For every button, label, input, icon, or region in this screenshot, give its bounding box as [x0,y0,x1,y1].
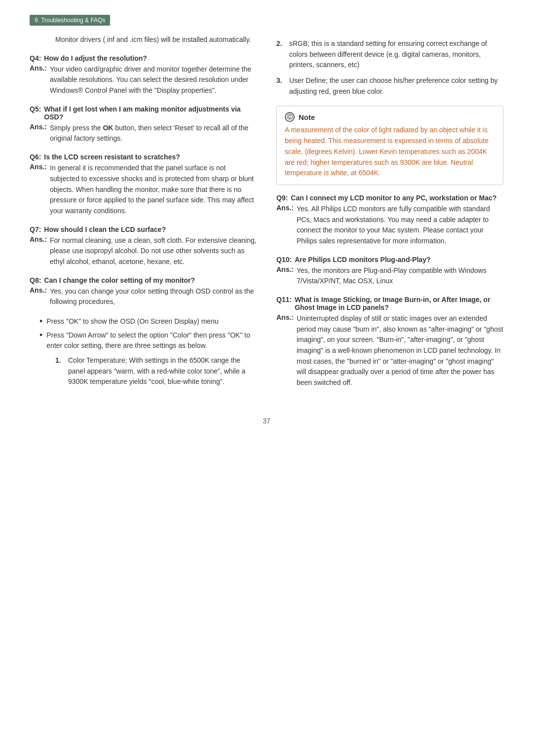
intro-text: Monitor drivers (.inf and .icm files) wi… [55,35,257,45]
q9-question-line: Q9: Can I connect my LCD monitor to any … [276,194,503,202]
q9-label: Q9: [276,194,288,202]
num-label-3: 3. [276,76,285,97]
qa-q11: Q11: What is Image Sticking, or Image Bu… [276,296,503,388]
q11-ans-label: Ans.: [276,313,294,388]
q6-ans-label: Ans.: [30,163,47,216]
q8-ans-text: Yes, you can change your color setting t… [50,286,257,307]
q10-question-line: Q10: Are Philips LCD monitors Plug-and-P… [276,256,503,264]
bullet-item-2: • Press "Down Arrow" to select the optio… [39,330,257,351]
q7-answer-line: Ans.: For normal cleaning, use a clean, … [30,235,257,267]
q6-text: Is the LCD screen resistant to scratches… [44,153,180,161]
numbered-item-1: 1. Color Temperature; With settings in t… [55,355,257,387]
q11-answer-line: Ans.: Uninterrupted display of still or … [276,313,503,388]
q10-text: Are Philips LCD monitors Plug-and-Play? [295,256,430,264]
two-column-layout: Monitor drivers (.inf and .icm files) wi… [30,35,503,397]
q7-ans-text: For normal cleaning, use a clean, soft c… [50,235,257,267]
qa-q8: Q8: Can I change the color setting of my… [30,276,257,307]
num-label-2: 2. [276,38,285,71]
note-header: Ⓒ Note [285,112,495,122]
q10-ans-label: Ans.: [276,265,294,287]
q5-question-line: Q5: What if I get lost when I am making … [30,105,257,121]
q8-text: Can I change the color setting of my mon… [44,276,195,284]
numbered-list: 1. Color Temperature; With settings in t… [55,355,257,387]
q7-text: How should I clean the LCD surface? [44,226,166,233]
q6-ans-text: In general it is recommended that the pa… [50,163,257,216]
numbered-text-1: Color Temperature; With settings in the … [68,355,257,387]
note-box: Ⓒ Note A measurement of the color of lig… [276,106,503,185]
q10-label: Q10: [276,256,292,264]
q4-answer-line: Ans.: Your video card/graphic driver and… [30,64,257,96]
q5-ans-text: Simply press the OK button, then select … [50,123,257,144]
num-label-1: 1. [55,355,64,387]
numbered-text-2: sRGB; this is a standard setting for ens… [289,38,503,71]
note-icon: Ⓒ [285,112,295,122]
q11-ans-text: Uninterrupted display of still or static… [297,313,503,388]
q10-answer-line: Ans.: Yes, the monitors are Plug-and-Pla… [276,265,503,287]
q8-ans-label: Ans.: [30,286,47,307]
qa-q7: Q7: How should I clean the LCD surface? … [30,226,257,267]
q7-ans-label: Ans.: [30,235,47,267]
page-number: 37 [30,417,503,425]
q9-text: Can I connect my LCD monitor to any PC, … [291,194,496,202]
qa-q6: Q6: Is the LCD screen resistant to scrat… [30,153,257,216]
q9-ans-label: Ans.: [276,204,294,247]
q10-ans-text: Yes, the monitors are Plug-and-Play comp… [297,265,503,287]
qa-q9: Q9: Can I connect my LCD monitor to any … [276,194,503,247]
right-column: 2. sRGB; this is a standard setting for … [276,35,503,397]
q8-label: Q8: [30,276,41,284]
q9-ans-text: Yes. All Philips LCD monitors are fully … [297,204,503,247]
q8-question-line: Q8: Can I change the color setting of my… [30,276,257,284]
q4-ans-label: Ans.: [30,64,47,96]
page: 9. Troubleshooting & FAQs Monitor driver… [0,0,533,756]
q5-text: What if I get lost when I am making moni… [44,105,257,121]
bullet-item-1: • Press "OK" to show the OSD (On Screen … [39,316,257,327]
note-header-text: Note [299,113,315,121]
q6-label: Q6: [30,153,41,161]
bullet-dot-2: • [39,330,42,351]
q8-answer-line: Ans.: Yes, you can change your color set… [30,286,257,307]
bullet-dot-1: • [39,316,42,327]
numbered-list-right: 2. sRGB; this is a standard setting for … [276,38,503,97]
q6-question-line: Q6: Is the LCD screen resistant to scrat… [30,153,257,161]
q4-label: Q4: [30,54,41,62]
q11-label: Q11: [276,296,292,311]
left-column: Monitor drivers (.inf and .icm files) wi… [30,35,257,397]
q4-question-line: Q4: How do I adjust the resolution? [30,54,257,62]
q9-answer-line: Ans.: Yes. All Philips LCD monitors are … [276,204,503,247]
breadcrumb: 9. Troubleshooting & FAQs [30,15,110,26]
q7-label: Q7: [30,226,41,233]
numbered-item-3: 3. User Define; the user can choose his/… [276,76,503,97]
q5-answer-line: Ans.: Simply press the OK button, then s… [30,123,257,144]
numbered-text-3: User Define; the user can choose his/her… [289,76,503,97]
note-text: A measurement of the color of light radi… [285,125,495,178]
q4-ans-text: Your video card/graphic driver and monit… [50,64,257,96]
bullet-text-1: Press "OK" to show the OSD (On Screen Di… [46,316,218,327]
q7-question-line: Q7: How should I clean the LCD surface? [30,226,257,233]
q5-ans-label: Ans.: [30,123,47,144]
qa-q10: Q10: Are Philips LCD monitors Plug-and-P… [276,256,503,287]
q4-text: How do I adjust the resolution? [44,54,147,62]
q11-text: What is Image Sticking, or Image Burn-in… [295,296,503,311]
bullet-text-2: Press "Down Arrow" to select the option … [46,330,257,351]
numbered-item-2: 2. sRGB; this is a standard setting for … [276,38,503,71]
qa-q5: Q5: What if I get lost when I am making … [30,105,257,144]
q5-label: Q5: [30,105,41,121]
q6-answer-line: Ans.: In general it is recommended that … [30,163,257,216]
q11-question-line: Q11: What is Image Sticking, or Image Bu… [276,296,503,311]
qa-q4: Q4: How do I adjust the resolution? Ans.… [30,54,257,96]
